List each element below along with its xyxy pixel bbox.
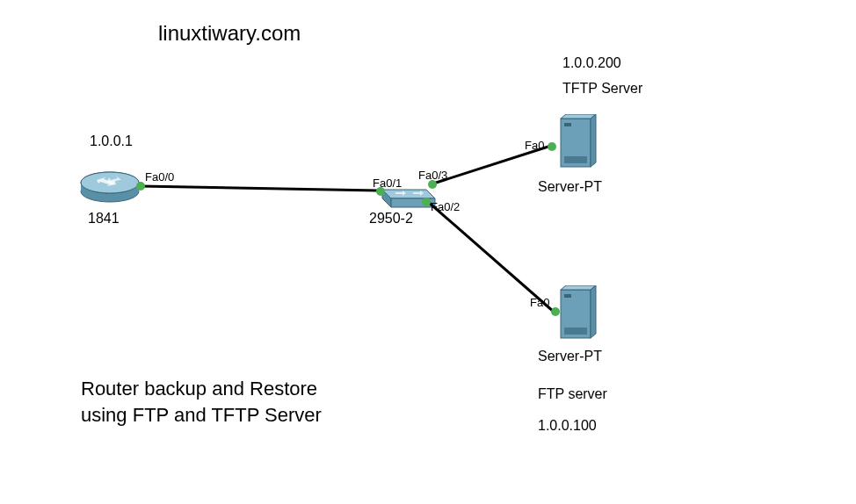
svg-line-1 [431,145,554,184]
link-dot [376,187,385,196]
link-dot [551,307,560,316]
link-dot [422,198,431,206]
link-dot [428,180,437,189]
link-dot [548,142,556,151]
network-links [0,0,856,504]
svg-line-2 [426,200,554,312]
link-dot [136,182,145,191]
svg-line-0 [141,186,378,191]
